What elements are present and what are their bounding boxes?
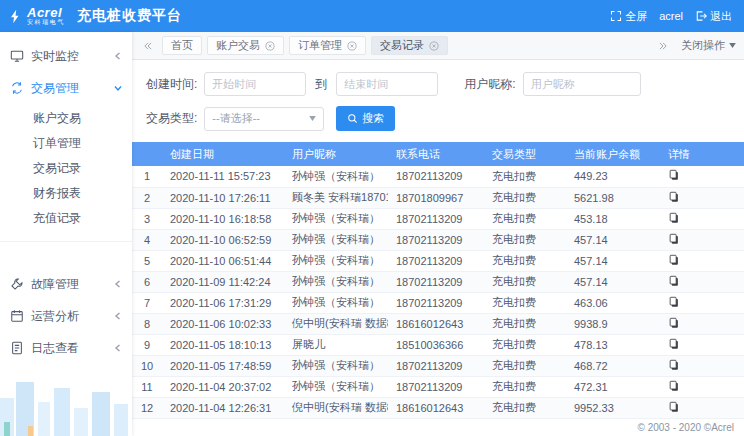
sidebar-item-recharge-records[interactable]: 充值记录 bbox=[0, 206, 132, 231]
sidebar-item-transaction-management[interactable]: 交易管理 bbox=[0, 72, 132, 104]
logout-button[interactable]: 退出 bbox=[695, 9, 732, 24]
detail-document-icon[interactable] bbox=[668, 401, 680, 413]
log-icon bbox=[10, 341, 24, 355]
nickname-input[interactable] bbox=[523, 72, 641, 96]
sidebar-item-order-management[interactable]: 订单管理 bbox=[0, 131, 132, 156]
to-label: 到 bbox=[315, 76, 327, 93]
detail-document-icon[interactable] bbox=[668, 212, 680, 224]
balance-cell: 9952.33 bbox=[566, 397, 660, 418]
detail-document-icon[interactable] bbox=[668, 380, 680, 392]
column-header: 联系电话 bbox=[388, 142, 484, 166]
balance-cell: 472.31 bbox=[566, 376, 660, 397]
row-number: 3 bbox=[132, 208, 162, 229]
phone-cell: 18616012643 bbox=[388, 313, 484, 334]
close-icon[interactable] bbox=[265, 41, 275, 51]
tab-transaction-records[interactable]: 交易记录 bbox=[371, 36, 448, 55]
column-header: 交易类型 bbox=[484, 142, 566, 166]
nickname-cell: 顾冬美 安科瑞1870180 bbox=[284, 187, 388, 208]
detail-cell bbox=[660, 271, 744, 292]
menu-group-operation-analysis: 运营分析 bbox=[0, 300, 132, 332]
sidebar-item-financial-reports[interactable]: 财务报表 bbox=[0, 181, 132, 206]
type-cell: 充电扣费 bbox=[484, 208, 566, 229]
table-row: 12020-11-11 15:57:23孙钟强（安科瑞）18702113209充… bbox=[132, 166, 744, 187]
column-header: 详情 bbox=[660, 142, 744, 166]
logo-text: Acrel bbox=[27, 6, 65, 19]
type-cell: 充电扣费 bbox=[484, 292, 566, 313]
detail-document-icon[interactable] bbox=[668, 359, 680, 371]
phone-cell: 18702113209 bbox=[388, 250, 484, 271]
type-cell: 充电扣费 bbox=[484, 376, 566, 397]
phone-cell: 18702113209 bbox=[388, 166, 484, 187]
close-operations-dropdown[interactable]: 关闭操作 bbox=[681, 38, 736, 53]
row-number: 6 bbox=[132, 271, 162, 292]
username[interactable]: acrel bbox=[659, 10, 683, 22]
table-body: 12020-11-11 15:57:23孙钟强（安科瑞）18702113209充… bbox=[132, 166, 744, 418]
phone-cell: 18702113209 bbox=[388, 355, 484, 376]
detail-document-icon[interactable] bbox=[668, 338, 680, 350]
create-date-cell: 2020-11-10 17:26:11 bbox=[162, 187, 284, 208]
menu-group-transaction-management: 交易管理账户交易订单管理交易记录财务报表充值记录 bbox=[0, 72, 132, 242]
type-cell: 充电扣费 bbox=[484, 187, 566, 208]
chevron-down-icon bbox=[309, 116, 316, 121]
detail-cell bbox=[660, 334, 744, 355]
transactions-table: 创建日期用户昵称联系电话交易类型当前账户余额详情 12020-11-11 15:… bbox=[132, 142, 744, 419]
submenu-transaction-management: 账户交易订单管理交易记录财务报表充值记录 bbox=[0, 104, 132, 242]
type-cell: 充电扣费 bbox=[484, 397, 566, 418]
detail-document-icon[interactable] bbox=[668, 233, 680, 245]
close-icon[interactable] bbox=[347, 41, 357, 51]
fullscreen-button[interactable]: 全屏 bbox=[610, 9, 647, 24]
tabbar-right: 关闭操作 bbox=[655, 38, 736, 54]
sidebar-item-realtime-monitor[interactable]: 实时监控 bbox=[0, 40, 132, 72]
row-number: 5 bbox=[132, 250, 162, 271]
detail-document-icon[interactable] bbox=[668, 317, 680, 329]
detail-document-icon[interactable] bbox=[668, 169, 680, 181]
nickname-cell: 倪中明(安科瑞 数据88)18 bbox=[284, 397, 388, 418]
fullscreen-icon bbox=[610, 10, 622, 22]
monitor-icon bbox=[10, 49, 24, 63]
sidebar-item-log-view[interactable]: 日志查看 bbox=[0, 332, 132, 364]
filter-row-2: 交易类型: --请选择-- 搜索 bbox=[146, 106, 744, 131]
transaction-type-select[interactable]: --请选择-- bbox=[204, 107, 324, 131]
sidebar-item-transaction-records[interactable]: 交易记录 bbox=[0, 156, 132, 181]
start-time-input[interactable] bbox=[204, 72, 306, 96]
type-cell: 充电扣费 bbox=[484, 166, 566, 187]
detail-document-icon[interactable] bbox=[668, 296, 680, 308]
detail-document-icon[interactable] bbox=[668, 254, 680, 266]
wrench-icon bbox=[10, 277, 24, 291]
tabs-scroll-right-button[interactable] bbox=[655, 38, 671, 54]
tab-home[interactable]: 首页 bbox=[162, 36, 202, 55]
filter-row-1: 创建时间: 到 用户昵称: bbox=[146, 72, 744, 96]
tab-order-management[interactable]: 订单管理 bbox=[289, 36, 366, 55]
type-cell: 充电扣费 bbox=[484, 313, 566, 334]
sidebar-item-label: 交易管理 bbox=[31, 80, 79, 97]
tab-account-transaction[interactable]: 账户交易 bbox=[207, 36, 284, 55]
close-operations-label: 关闭操作 bbox=[681, 38, 725, 53]
create-date-cell: 2020-11-04 20:37:02 bbox=[162, 376, 284, 397]
create-date-cell: 2020-11-09 11:42:24 bbox=[162, 271, 284, 292]
close-icon[interactable] bbox=[429, 41, 439, 51]
nickname-cell: 屏晓儿 bbox=[284, 334, 388, 355]
sidebar-item-fault-management[interactable]: 故障管理 bbox=[0, 268, 132, 300]
phone-cell: 18702113209 bbox=[388, 208, 484, 229]
detail-cell bbox=[660, 376, 744, 397]
chevron-down-icon bbox=[114, 84, 122, 92]
create-date-cell: 2020-11-10 06:51:44 bbox=[162, 250, 284, 271]
sidebar-item-account-transaction[interactable]: 账户交易 bbox=[0, 106, 132, 131]
create-date-cell: 2020-11-10 06:52:59 bbox=[162, 229, 284, 250]
sidebar-item-label: 实时监控 bbox=[31, 48, 79, 65]
row-number: 8 bbox=[132, 313, 162, 334]
nickname-cell: 孙钟强（安科瑞） bbox=[284, 208, 388, 229]
search-button[interactable]: 搜索 bbox=[336, 106, 395, 131]
sidebar-item-operation-analysis[interactable]: 运营分析 bbox=[0, 300, 132, 332]
copyright: © 2003 - 2020 ©Acrel bbox=[132, 419, 744, 436]
tabs-scroll-left-button[interactable] bbox=[140, 38, 156, 54]
end-time-input[interactable] bbox=[336, 72, 438, 96]
sidebar-item-label: 运营分析 bbox=[31, 308, 79, 325]
detail-cell bbox=[660, 208, 744, 229]
detail-document-icon[interactable] bbox=[668, 275, 680, 287]
detail-cell bbox=[660, 355, 744, 376]
logo-text-block: Acrel 安科瑞电气 bbox=[27, 6, 65, 26]
select-value: --请选择-- bbox=[212, 111, 260, 126]
detail-document-icon[interactable] bbox=[668, 191, 680, 203]
fullscreen-label: 全屏 bbox=[625, 9, 647, 24]
